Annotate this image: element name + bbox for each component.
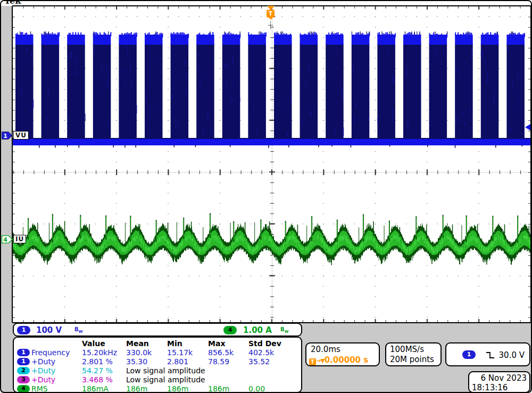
measurement-name: +Duty: [31, 366, 55, 375]
horizontal-settings-box[interactable]: 20.0ms T→▼0.00000 s: [305, 342, 380, 366]
channel-4-reference-marker[interactable]: 4: [2, 235, 13, 243]
measurement-name: +Duty: [31, 375, 55, 384]
measurement-row[interactable]: 4RMS186mA186m186m186m0.00: [14, 384, 301, 393]
measurement-message: Low signal amplitude: [126, 366, 205, 375]
measurement-value: 3.468 %: [82, 375, 113, 384]
trigger-source-badge[interactable]: 1: [462, 350, 476, 359]
measurement-min: 2.801: [167, 357, 188, 366]
measurement-std: 35.52: [248, 357, 270, 366]
svg-text:1: 1: [3, 133, 7, 140]
waveform-plot-canvas: [13, 6, 530, 322]
datetime-box: 6 Nov 2023 18:13:16: [468, 371, 530, 393]
measurement-message: Low signal amplitude: [126, 375, 205, 384]
measurement-max: 856.5k: [208, 348, 234, 357]
timebase-scale: 20.0ms: [311, 345, 340, 354]
channel-1-waveform-label: VU: [13, 131, 29, 140]
measurement-table-header: Value Mean Min Max Std Dev: [14, 339, 301, 348]
measurement-row[interactable]: 1Frequency15.20kHz330.0k15.17k856.5k402.…: [14, 348, 301, 357]
measurement-value: 186mA: [82, 384, 109, 393]
measurement-name: +Duty: [31, 357, 55, 366]
record-length: 20M points: [390, 355, 434, 364]
measurement-std: 0.00: [248, 384, 265, 393]
waveform-display: T: [12, 5, 531, 323]
measurement-min: 15.17k: [167, 348, 193, 357]
trigger-level-arrow-icon[interactable]: [525, 124, 530, 130]
svg-text:4: 4: [3, 236, 7, 243]
channel-4-scale: 1.00 A: [243, 325, 272, 335]
measurement-name: RMS: [31, 384, 48, 393]
trigger-position-badge-point: [269, 18, 273, 20]
measurement-value: 2.801 %: [82, 357, 113, 366]
channel-1-scale: 100 V: [36, 325, 62, 335]
oscilloscope-screen: Tek T 1 VU 4 IU 1 100 V BW 4 1.00 A BW V…: [0, 0, 532, 393]
trigger-position-value: 0.00000 s: [325, 355, 368, 365]
sample-rate: 100MS/s: [390, 345, 424, 354]
trigger-t-icon: T: [309, 358, 316, 365]
time-readout: 18:13:16: [472, 383, 508, 392]
measurement-std: 402.5k: [248, 348, 274, 357]
channel-1-bandwidth-limit-icon: BW: [74, 326, 82, 334]
trigger-point-cross: [268, 25, 273, 26]
trigger-arrows-icon: →▼: [316, 357, 325, 364]
channel-4-waveform-label: IU: [13, 235, 26, 243]
measurement-row[interactable]: 3+Duty3.468 %Low signal amplitude: [14, 375, 301, 384]
measurement-max: 186m: [208, 384, 229, 393]
measurement-name: Frequency: [31, 348, 70, 357]
channel-1-reference-marker[interactable]: 1: [2, 132, 13, 140]
channel-4-bandwidth-limit-icon: BW: [280, 326, 288, 334]
measurement-mean: 186m: [126, 384, 147, 393]
trigger-position-readout: T→▼0.00000 s: [309, 355, 368, 365]
channel-scale-readout-bar[interactable]: 1 100 V BW 4 1.00 A BW: [13, 323, 302, 337]
measurement-table[interactable]: Value Mean Min Max Std Dev 1Frequency15.…: [13, 337, 302, 393]
falling-edge-icon: [486, 351, 495, 359]
trigger-level-value: 30.0 V: [499, 350, 525, 360]
measurement-min: 186m: [167, 384, 188, 393]
measurement-row[interactable]: 1+Duty2.801 %35.302.80178.5935.52: [14, 357, 301, 366]
measurement-value: 54.27 %: [82, 366, 113, 375]
measurement-mean: 330.0k: [126, 348, 152, 357]
channel-1-badge[interactable]: 1: [17, 326, 30, 334]
measurement-row[interactable]: 2+Duty54.27 %Low signal amplitude: [14, 366, 301, 375]
trigger-settings-box[interactable]: 1 30.0 V: [445, 342, 530, 366]
measurement-max: 78.59: [208, 357, 229, 366]
channel-4-badge[interactable]: 4: [223, 326, 237, 334]
trigger-position-badge[interactable]: T: [267, 10, 275, 18]
measurement-mean: 35.30: [126, 357, 147, 366]
date-readout: 6 Nov 2023: [480, 373, 527, 383]
acquisition-box[interactable]: 100MS/s 20M points: [385, 342, 442, 366]
measurement-value: 15.20kHz: [82, 348, 117, 357]
